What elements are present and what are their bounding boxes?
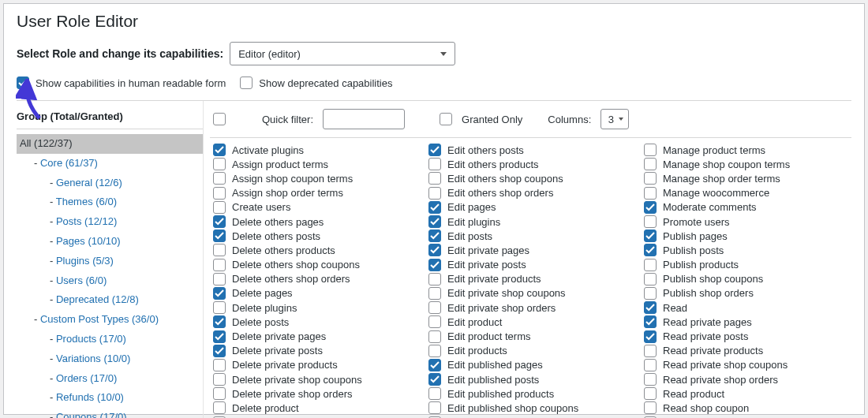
capability-row[interactable]: Edit private products [428,272,636,286]
capability-row[interactable]: Edit plugins [428,215,636,229]
group-item[interactable]: Refunds (10/0) [17,388,203,408]
capability-row[interactable]: Activate plugins [213,143,421,157]
group-item[interactable]: Themes (6/0) [17,192,203,212]
capability-row[interactable]: Edit private pages [428,243,636,257]
capability-row[interactable]: Edit others posts [428,143,636,157]
capability-label: Edit private shop orders [447,302,556,314]
group-item[interactable]: Plugins (5/3) [17,252,203,271]
group-item[interactable]: Orders (17/0) [17,369,203,389]
capability-row[interactable]: Delete private pages [213,329,421,343]
group-item[interactable]: Users (6/0) [17,271,203,291]
check-deprecated-label: Show deprecated capabilities [259,77,392,89]
capability-row[interactable]: Delete others shop orders [213,272,421,286]
select-all-checkbox[interactable] [213,113,226,125]
capability-row[interactable]: Assign product terms [213,157,421,171]
capability-label: Assign shop coupon terms [232,173,353,185]
group-item[interactable]: General (12/6) [17,174,203,193]
checkbox-icon [213,158,226,170]
check-human-readable[interactable]: Show capabilities in human readable form [17,77,226,89]
capability-row[interactable]: Delete others shop coupons [213,258,421,272]
capability-row[interactable]: Edit others shop orders [428,186,636,200]
group-item[interactable]: Products (17/0) [17,330,203,349]
capability-row[interactable]: Publish shop orders [644,286,851,300]
group-item-all[interactable]: All (122/37) [17,134,203,154]
capability-row[interactable]: Edit product terms [428,329,636,343]
checkbox-icon [213,244,226,256]
cap-column-3: Manage product termsManage shop coupon t… [644,143,851,418]
capability-row[interactable]: Manage woocommerce [644,186,851,200]
capability-row[interactable]: Edit private shop coupons [428,286,636,300]
capability-row[interactable]: Delete posts [213,315,421,329]
role-select[interactable]: Editor (editor) [230,42,455,65]
capability-row[interactable]: Delete pages [213,286,421,300]
capability-row[interactable]: Manage shop order terms [644,171,851,185]
capability-row[interactable]: Create users [213,200,421,215]
group-item[interactable]: Coupons (17/0) [17,408,203,418]
capability-row[interactable]: Edit product [428,315,636,329]
capability-row[interactable]: Delete others posts [213,229,421,243]
capability-row[interactable]: Edit published shop coupons [428,401,636,415]
capability-row[interactable]: Moderate comments [644,200,851,215]
capability-row[interactable]: Edit published posts [428,372,636,386]
capability-row[interactable]: Edit private shop orders [428,300,636,315]
capability-row[interactable]: Delete others products [213,243,421,257]
group-item[interactable]: Deprecated (12/8) [17,290,203,310]
group-item[interactable]: Variations (10/0) [17,349,203,369]
capability-row[interactable]: Assign shop order terms [213,186,421,200]
capability-row[interactable]: Delete others pages [213,215,421,229]
group-item[interactable]: Core (61/37) [17,154,203,174]
capability-row[interactable]: Read shop coupon [644,401,851,415]
capability-label: Delete product [232,402,299,414]
capability-row[interactable]: Delete private shop orders [213,386,421,401]
capability-row[interactable]: Read private shop orders [644,372,851,386]
capability-row[interactable]: Delete private products [213,358,421,372]
capability-row[interactable]: Edit pages [428,200,636,215]
capability-row[interactable]: Edit products [428,344,636,358]
capability-label: Promote users [663,216,730,228]
capability-label: Publish posts [663,244,724,256]
group-item[interactable]: Pages (10/10) [17,232,203,252]
capability-row[interactable]: Publish products [644,258,851,272]
group-item[interactable]: Custom Post Types (36/0) [17,310,203,330]
capability-row[interactable]: Delete product [213,401,421,415]
capability-label: Edit product terms [447,330,531,342]
capability-row[interactable]: Delete private shop coupons [213,372,421,386]
capability-label: Edit private posts [447,259,526,271]
capability-row[interactable]: Delete product terms [213,416,421,418]
capability-row[interactable]: Read [644,300,851,315]
check-deprecated[interactable]: Show deprecated capabilities [240,77,392,89]
capability-row[interactable]: Read private products [644,344,851,358]
capability-row[interactable]: Edit private posts [428,258,636,272]
columns-select[interactable]: 3 [600,109,629,129]
capability-label: Delete others products [232,244,335,256]
capability-row[interactable]: Publish shop coupons [644,272,851,286]
capability-row[interactable]: Promote users [644,215,851,229]
capability-row[interactable]: Read private shop coupons [644,358,851,372]
capability-row[interactable]: Publish posts [644,243,851,257]
capability-label: Read private posts [663,330,748,342]
capability-label: Publish shop orders [663,287,754,299]
granted-only-checkbox[interactable] [440,113,452,125]
capability-row[interactable]: Edit published shop orders [428,416,636,418]
capability-row[interactable]: Read shop order [644,416,851,418]
capability-row[interactable]: Edit published pages [428,358,636,372]
capability-row[interactable]: Edit posts [428,229,636,243]
capability-row[interactable]: Edit others products [428,157,636,171]
checkbox-icon [644,259,657,271]
capability-label: Delete others posts [232,230,320,242]
capability-row[interactable]: Read private pages [644,315,851,329]
capability-row[interactable]: Edit published products [428,386,636,401]
capability-row[interactable]: Delete private posts [213,344,421,358]
group-item[interactable]: Posts (12/12) [17,212,203,232]
quick-filter-input[interactable] [323,109,405,129]
capability-row[interactable]: Manage product terms [644,143,851,157]
checkbox-icon [213,315,226,328]
capability-row[interactable]: Manage shop coupon terms [644,157,851,171]
capability-row[interactable]: Read private posts [644,329,851,343]
capability-label: Read private shop orders [663,374,778,386]
capability-row[interactable]: Edit others shop coupons [428,171,636,185]
capability-row[interactable]: Publish pages [644,229,851,243]
capability-row[interactable]: Read product [644,386,851,401]
capability-row[interactable]: Assign shop coupon terms [213,171,421,185]
capability-row[interactable]: Delete plugins [213,300,421,315]
